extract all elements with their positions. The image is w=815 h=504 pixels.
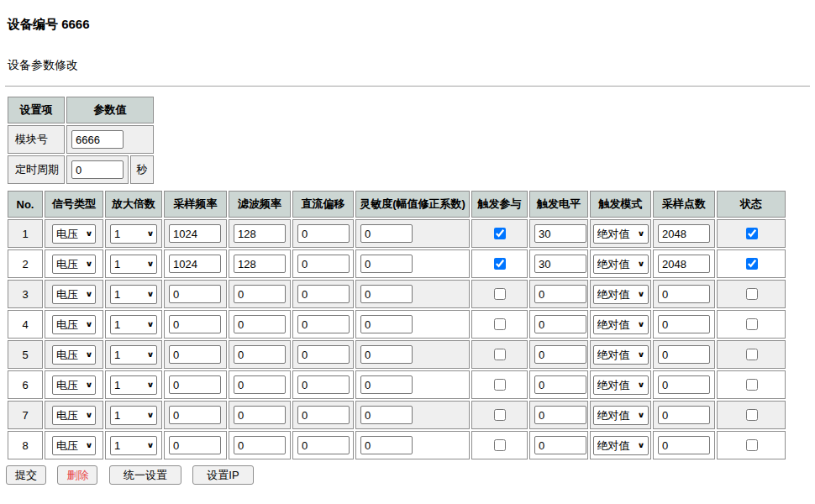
dc-offset-input[interactable] <box>297 315 350 333</box>
sample-points-input[interactable] <box>658 255 710 273</box>
sample-rate-input[interactable] <box>169 345 221 364</box>
trigger-enabled-checkbox[interactable] <box>494 258 506 270</box>
signal-type-select[interactable]: 电压 <box>52 375 96 395</box>
status-checkbox[interactable] <box>746 258 758 270</box>
trigger-enabled-checkbox[interactable] <box>494 439 506 451</box>
sensitivity-input[interactable] <box>360 285 413 303</box>
sample-points-input[interactable] <box>658 224 710 243</box>
trigger-mode-select[interactable]: 绝对值 <box>593 375 649 395</box>
trigger-enabled-checkbox[interactable] <box>494 379 506 391</box>
gain-select[interactable]: 1 <box>110 406 157 425</box>
trigger-mode-select[interactable]: 绝对值 <box>593 406 649 425</box>
trigger-level-input[interactable] <box>534 315 586 333</box>
dc-offset-input[interactable] <box>297 224 350 243</box>
sensitivity-input[interactable] <box>360 375 413 394</box>
status-checkbox[interactable] <box>746 318 758 330</box>
trigger-level-input[interactable] <box>534 436 586 454</box>
sample-rate-input[interactable] <box>169 224 221 243</box>
gain-select-wrap: 1 <box>110 285 157 304</box>
gain-select[interactable]: 1 <box>110 375 157 395</box>
set-ip-button[interactable]: 设置IP <box>192 465 253 485</box>
dc-offset-input[interactable] <box>297 345 350 364</box>
signal-type-select[interactable]: 电压 <box>52 255 96 274</box>
trigger-mode-select[interactable]: 绝对值 <box>593 315 649 334</box>
dc-offset-input[interactable] <box>297 285 350 303</box>
sensitivity-input[interactable] <box>360 345 413 364</box>
signal-type-select[interactable]: 电压 <box>52 224 96 244</box>
sample-points-input[interactable] <box>658 345 710 364</box>
gain-select[interactable]: 1 <box>110 224 157 244</box>
channel-table-body: 1 电压 1 绝对值 2 电压 1 绝对值 <box>8 219 786 459</box>
filter-freq-input[interactable] <box>234 315 286 333</box>
signal-type-select[interactable]: 电压 <box>52 345 96 365</box>
trigger-mode-select[interactable]: 绝对值 <box>593 255 649 274</box>
sensitivity-input[interactable] <box>360 224 413 243</box>
status-checkbox[interactable] <box>746 439 758 451</box>
trigger-level-input[interactable] <box>534 345 586 364</box>
trigger-enabled-checkbox[interactable] <box>494 349 506 360</box>
module-number-input[interactable] <box>71 130 124 149</box>
gain-select[interactable]: 1 <box>110 436 157 455</box>
trigger-mode-select[interactable]: 绝对值 <box>593 285 649 304</box>
trigger-enabled-checkbox[interactable] <box>494 288 506 300</box>
filter-freq-input[interactable] <box>234 406 286 424</box>
sample-points-input[interactable] <box>658 436 710 454</box>
sensitivity-input[interactable] <box>360 406 413 424</box>
channel-row: 8 电压 1 绝对值 <box>8 431 786 459</box>
trigger-level-input[interactable] <box>534 255 586 273</box>
gain-select[interactable]: 1 <box>110 315 157 334</box>
trigger-level-input[interactable] <box>534 224 586 243</box>
dc-offset-input[interactable] <box>297 375 350 394</box>
sensitivity-input[interactable] <box>360 436 413 454</box>
status-checkbox[interactable] <box>746 288 758 300</box>
signal-type-select[interactable]: 电压 <box>52 315 96 334</box>
sample-rate-input[interactable] <box>169 375 221 394</box>
trigger-mode-select[interactable]: 绝对值 <box>593 345 649 365</box>
dc-offset-input[interactable] <box>297 406 350 424</box>
gain-select[interactable]: 1 <box>110 285 157 304</box>
status-checkbox[interactable] <box>746 228 758 239</box>
signal-type-select[interactable]: 电压 <box>52 406 96 425</box>
page-title: 设备编号 6666 <box>8 17 810 33</box>
delete-button[interactable]: 删除 <box>57 465 97 485</box>
trigger-mode-select[interactable]: 绝对值 <box>593 436 649 455</box>
dc-offset-input[interactable] <box>297 436 350 454</box>
submit-button[interactable]: 提交 <box>6 465 46 485</box>
sample-points-input[interactable] <box>658 315 710 333</box>
dc-offset-input[interactable] <box>297 255 350 273</box>
sample-rate-input[interactable] <box>169 255 221 273</box>
sample-rate-input[interactable] <box>169 436 221 454</box>
filter-freq-input[interactable] <box>234 285 286 303</box>
signal-type-select[interactable]: 电压 <box>52 285 96 304</box>
batch-set-button[interactable]: 统一设置 <box>109 465 181 485</box>
signal-type-select-wrap: 电压 <box>52 345 96 365</box>
status-checkbox[interactable] <box>746 349 758 360</box>
trigger-level-input[interactable] <box>534 406 586 424</box>
status-checkbox[interactable] <box>746 409 758 421</box>
sample-points-input[interactable] <box>658 406 710 424</box>
sample-rate-input[interactable] <box>169 406 221 424</box>
trigger-mode-select[interactable]: 绝对值 <box>593 224 649 244</box>
trigger-enabled-checkbox[interactable] <box>494 409 506 421</box>
sample-rate-input[interactable] <box>169 285 221 303</box>
sample-points-input[interactable] <box>658 375 710 394</box>
filter-freq-input[interactable] <box>234 436 286 454</box>
filter-freq-input[interactable] <box>234 345 286 364</box>
trigger-enabled-checkbox[interactable] <box>494 228 506 239</box>
gain-select[interactable]: 1 <box>110 345 157 365</box>
filter-freq-input[interactable] <box>234 224 286 243</box>
sensitivity-input[interactable] <box>360 315 413 333</box>
trigger-enabled-checkbox[interactable] <box>494 318 506 330</box>
trigger-level-input[interactable] <box>534 375 586 394</box>
trigger-level-input[interactable] <box>534 285 586 303</box>
sample-rate-input[interactable] <box>169 315 221 333</box>
gain-select[interactable]: 1 <box>110 255 157 274</box>
filter-freq-input[interactable] <box>234 255 286 273</box>
signal-type-select[interactable]: 电压 <box>52 436 96 455</box>
timer-period-input[interactable] <box>71 160 124 179</box>
sample-points-input[interactable] <box>658 285 710 303</box>
filter-freq-input[interactable] <box>234 375 286 394</box>
divider <box>5 86 810 87</box>
status-checkbox[interactable] <box>746 379 758 391</box>
sensitivity-input[interactable] <box>360 255 413 273</box>
